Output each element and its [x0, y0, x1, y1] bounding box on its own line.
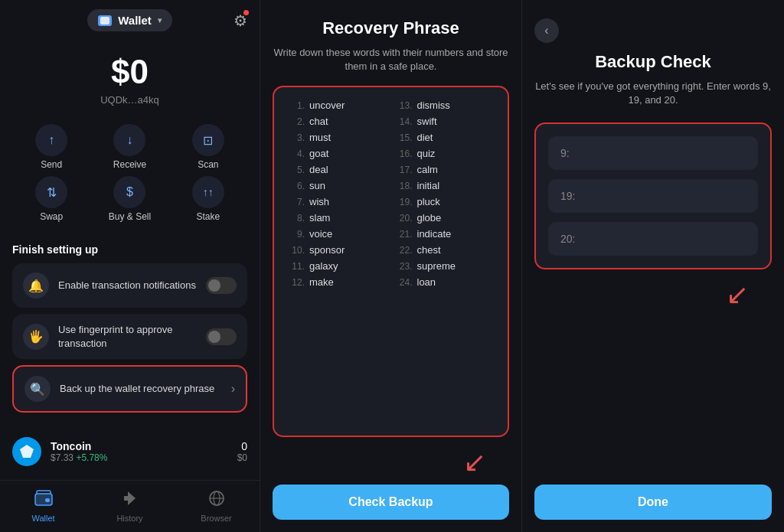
buy-sell-label: Buy & Sell — [109, 211, 151, 222]
word-input-label-0: 9: — [560, 147, 588, 159]
phrase-item: 1.uncover — [286, 100, 388, 111]
settings-button[interactable]: ⚙ — [234, 11, 247, 30]
phrase-item: 23.supreme — [394, 260, 496, 272]
phrase-item: 12.make — [286, 276, 388, 288]
wallet-title-label: Wallet — [118, 14, 152, 27]
toncoin-name: Toncoin — [51, 440, 228, 452]
wallet-panel: Wallet ▾ ⚙ $0 UQDk…a4kq ↑ Send ↓ Receive… — [0, 0, 260, 532]
fingerprint-toggle[interactable] — [206, 328, 237, 345]
recovery-phrase-panel: Recovery Phrase Write down these words w… — [260, 0, 522, 532]
chevron-down-icon: ▾ — [158, 16, 162, 24]
backup-item[interactable]: 🔍 Back up the wallet recovery phrase › — [12, 365, 247, 413]
receive-label: Receive — [113, 159, 146, 170]
backup-check-subtitle: Let's see if you've got everything right… — [534, 80, 772, 107]
browser-nav-icon — [208, 490, 225, 511]
done-button[interactable]: Done — [534, 485, 772, 520]
svg-marker-5 — [124, 491, 136, 505]
phrase-box: 1.uncover2.chat3.must4.goat5.deal6.sun7.… — [273, 86, 509, 437]
phrase-item: 3.must — [286, 132, 388, 143]
phrase-item: 14.swift — [394, 116, 496, 127]
word-input-field-0[interactable] — [588, 147, 746, 159]
phrase-item: 19.pluck — [394, 196, 496, 207]
swap-icon: ⇅ — [35, 176, 67, 208]
arrow-icon: ↙ — [463, 446, 486, 478]
history-nav-icon — [122, 490, 139, 511]
enable-notifications-text: Enable transaction notifications — [58, 279, 197, 292]
notifications-toggle[interactable] — [206, 277, 237, 294]
toncoin-usd: $0 — [237, 452, 247, 463]
svg-marker-1 — [20, 445, 34, 458]
backup-text: Back up the wallet recovery phrase — [60, 382, 222, 396]
nav-wallet[interactable]: Wallet — [0, 490, 87, 523]
arrow-icon-3: ↙ — [726, 279, 749, 311]
scan-icon: ⊡ — [192, 124, 224, 156]
phrase-item: 21.indicate — [394, 228, 496, 240]
backup-chevron-icon: › — [231, 382, 235, 396]
phrase-item: 5.deal — [286, 164, 388, 175]
nav-history[interactable]: History — [87, 490, 173, 523]
swap-button[interactable]: ⇅ Swap — [15, 176, 87, 222]
phrase-item: 2.chat — [286, 116, 388, 127]
toncoin-info: Toncoin $7.33 +5.78% — [51, 440, 228, 463]
phrase-item: 15.diet — [394, 132, 496, 143]
fingerprint-text: Use fingerprint to approve transaction — [58, 323, 197, 350]
stake-button[interactable]: ↑↑ Stake — [172, 176, 244, 222]
word-input-row: 20: — [548, 222, 758, 256]
browser-nav-label: Browser — [201, 514, 231, 523]
phrase-item: 4.goat — [286, 148, 388, 159]
backup-check-panel: ‹ Backup Check Let's see if you've got e… — [522, 0, 784, 532]
action-buttons-grid: ↑ Send ↓ Receive ⊡ Scan ⇅ Swap $ Buy & S… — [0, 112, 260, 234]
phrase-item: 9.voice — [286, 228, 388, 240]
recovery-phrase-title: Recovery Phrase — [322, 18, 459, 38]
swap-label: Swap — [40, 211, 63, 222]
balance-section: $0 UQDk…a4kq — [0, 41, 260, 112]
scan-button[interactable]: ⊡ Scan — [172, 124, 244, 170]
scan-label: Scan — [198, 159, 218, 170]
wallet-nav-icon — [34, 490, 53, 511]
phrase-item: 20.globe — [394, 212, 496, 224]
word-input-label-1: 19: — [560, 190, 588, 202]
toncoin-amount: 0 — [237, 440, 247, 452]
notification-dot — [243, 10, 249, 15]
back-button[interactable]: ‹ — [534, 18, 559, 43]
word-input-row: 19: — [548, 179, 758, 213]
phrase-item: 8.slam — [286, 212, 388, 224]
balance-amount: $0 — [0, 53, 260, 91]
wallet-selector-button[interactable]: Wallet ▾ — [87, 9, 172, 31]
svg-rect-0 — [100, 17, 109, 24]
phrase-item: 17.calm — [394, 164, 496, 175]
send-label: Send — [41, 159, 62, 170]
recovery-phrase-subtitle: Write down these words with their number… — [273, 46, 509, 73]
fingerprint-icon: 🖐 — [23, 324, 49, 350]
word-input-field-2[interactable] — [588, 233, 746, 245]
phrase-item: 7.wish — [286, 196, 388, 207]
back-arrow-icon: ‹ — [544, 24, 548, 38]
toncoin-logo — [12, 437, 41, 466]
stake-label: Stake — [196, 211, 220, 222]
word-input-field-1[interactable] — [588, 190, 746, 202]
history-nav-label: History — [116, 514, 142, 523]
stake-icon: ↑↑ — [192, 176, 224, 208]
phrase-item: 13.dismiss — [394, 100, 496, 111]
phrase-item: 16.quiz — [394, 148, 496, 159]
wallet-nav-label: Wallet — [31, 514, 54, 523]
toncoin-item[interactable]: Toncoin $7.33 +5.78% 0 $0 — [0, 428, 260, 475]
setup-section: Finish setting up 🔔 Enable transaction n… — [0, 234, 260, 425]
phrase-item: 18.initial — [394, 180, 496, 191]
phrase-item: 6.sun — [286, 180, 388, 191]
nav-browser[interactable]: Browser — [173, 490, 260, 523]
send-button[interactable]: ↑ Send — [15, 124, 87, 170]
toncoin-balance: 0 $0 — [237, 440, 247, 463]
toncoin-price: $7.33 +5.78% — [51, 452, 228, 463]
check-backup-button[interactable]: Check Backup — [273, 485, 509, 520]
fingerprint-item: 🖐 Use fingerprint to approve transaction — [12, 314, 247, 359]
backup-icon: 🔍 — [24, 376, 51, 402]
receive-button[interactable]: ↓ Receive — [93, 124, 165, 170]
word-input-row: 9: — [548, 136, 758, 170]
svg-rect-4 — [45, 498, 50, 502]
bottom-nav: Wallet History Browser — [0, 480, 260, 532]
buy-sell-button[interactable]: $ Buy & Sell — [93, 176, 165, 222]
phrase-item: 22.chest — [394, 244, 496, 256]
buy-sell-icon: $ — [113, 176, 145, 208]
wallet-header: Wallet ▾ ⚙ — [0, 0, 260, 41]
